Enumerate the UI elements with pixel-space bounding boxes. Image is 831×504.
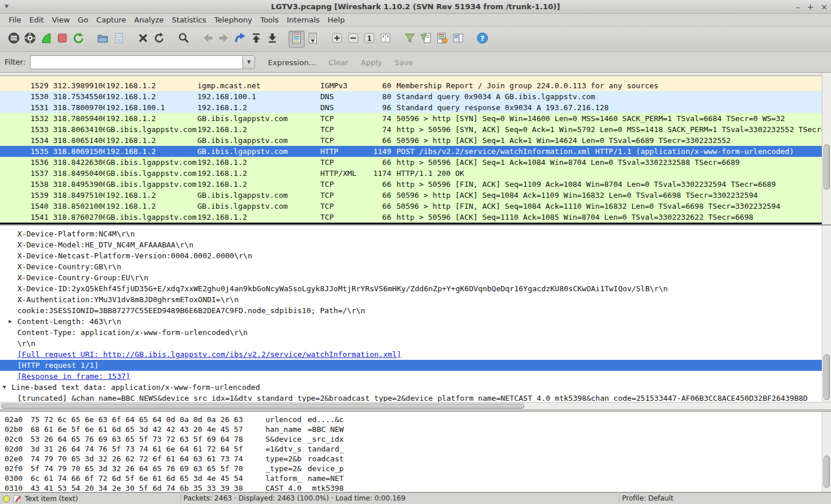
hex-a2: device_p	[308, 464, 348, 473]
detail-line-1[interactable]: X-Device-Model:HE_DTV_NC4M_AFAAABAA\r\n	[0, 239, 822, 250]
detail-line-4[interactable]: X-Device-Country-Group:EU\r\n	[0, 272, 822, 283]
details-scroll-thumb[interactable]	[823, 354, 830, 400]
packet-row-1535[interactable]: 1535318.80691500192.168.1.2GB.ibis.lgapp…	[0, 146, 822, 157]
go-to-bottom-button[interactable]	[264, 31, 280, 48]
packet-row-1541[interactable]: 1541318.87602700GB.ibis.lgappstv.com192.…	[0, 212, 822, 223]
go-to-top-button[interactable]	[248, 31, 264, 48]
preferences-button[interactable]	[450, 31, 466, 48]
window-shade-icon[interactable]: ▼	[5, 3, 9, 9]
details-vertical-scrollbar[interactable]	[822, 225, 831, 402]
close-capture-file-button[interactable]	[135, 31, 151, 48]
packet-row-partial-top[interactable]	[0, 76, 822, 80]
hex-row-02c0[interactable]: 02c053 26 64 65 76 69 63 655f 73 72 63 5…	[0, 434, 831, 444]
maximize-button[interactable]: +	[807, 0, 814, 14]
detail-line-10[interactable]: \r\n	[0, 338, 822, 349]
packet-row-1534[interactable]: 1534318.80651400192.168.1.2GB.ibis.lgapp…	[0, 135, 822, 146]
menu-item-go[interactable]: Go	[74, 14, 92, 25]
list-interfaces-button[interactable]	[6, 31, 22, 48]
packet-row-1536[interactable]: 1536318.84226300GB.ibis.lgappstv.com192.…	[0, 157, 822, 168]
hex-row-0300[interactable]: 03006c 61 74 66 6f 72 6d 5f6e 61 6d 65 3…	[0, 473, 831, 483]
status-profile[interactable]: Profile: Default	[622, 494, 673, 502]
go-to-packet-button[interactable]	[232, 31, 248, 48]
hex-row-02b0[interactable]: 02b068 61 6e 5f 6e 61 6d 653d 42 42 43 2…	[0, 424, 831, 434]
packet-row-1537[interactable]: 1537318.84950400GB.ibis.lgappstv.com192.…	[0, 168, 822, 179]
hex-vertical-scrollbar[interactable]	[822, 412, 831, 492]
menu-item-capture[interactable]: Capture	[92, 14, 130, 25]
detail-line-7[interactable]: cookie:JSESSIONID=3BB87277C55EED9489B6E6…	[0, 305, 822, 316]
details-horizontal-scrollbar[interactable]	[0, 402, 831, 409]
restart-capture-button[interactable]	[70, 31, 87, 48]
reload-button[interactable]	[151, 31, 167, 48]
packet-row-1530[interactable]: 1530318.75345500192.168.1.2192.168.100.1…	[0, 91, 822, 102]
packet-row-1540[interactable]: 1540318.85021000192.168.1.2GB.ibis.lgapp…	[0, 201, 822, 212]
detail-line-12[interactable]: [HTTP request 1/1]	[0, 360, 822, 371]
capture-filters-button[interactable]	[402, 31, 418, 48]
zoom-in-button[interactable]	[329, 31, 345, 48]
save-capture-file-button[interactable]	[111, 31, 127, 48]
open-capture-file-button[interactable]	[95, 31, 111, 48]
help-button[interactable]: ?	[474, 31, 491, 48]
auto-scroll-button[interactable]	[305, 31, 321, 48]
details-hscroll-thumb[interactable]	[1, 404, 525, 409]
packet-row-1529[interactable]: 1529312.39899100192.168.1.2igmp.mcast.ne…	[0, 80, 822, 91]
coloring-rules-button[interactable]	[434, 31, 450, 48]
close-button[interactable]: ×	[821, 0, 828, 14]
menu-item-statistics[interactable]: Statistics	[168, 14, 210, 25]
packet-list-scroll-thumb[interactable]	[823, 144, 830, 190]
save-button[interactable]: Save	[395, 58, 413, 67]
clear-button[interactable]: Clear	[328, 58, 348, 67]
expression-button[interactable]: Expression...	[268, 58, 316, 67]
detail-line-6[interactable]: X-Authentication:YMu3V1dv8m8JD0ghrsmETox…	[0, 294, 822, 305]
hex-row-02d0[interactable]: 02d03d 31 26 64 74 76 5f 7374 61 6e 64 6…	[0, 444, 831, 454]
colorize-packet-list-button[interactable]	[289, 31, 305, 48]
detail-line-3[interactable]: X-Device-Country:GB\r\n	[0, 261, 822, 272]
detail-line-13[interactable]: [Response in frame: 1537]	[0, 371, 822, 382]
apply-button[interactable]: Apply	[361, 58, 382, 67]
menu-item-analyze[interactable]: Analyze	[130, 14, 168, 25]
menu-item-help[interactable]: Help	[324, 14, 349, 25]
stop-capture-button[interactable]	[54, 31, 70, 48]
packet-row-1539[interactable]: 1539318.84975100192.168.1.2GB.ibis.lgapp…	[0, 190, 822, 201]
hex-row-02f0[interactable]: 02f05f 74 79 70 65 3d 32 2664 65 76 69 6…	[0, 464, 831, 473]
detail-line-9[interactable]: Content-Type: application/x-www-form-url…	[0, 327, 822, 338]
minimize-button[interactable]: –	[796, 0, 800, 14]
collapse-arrow-icon[interactable]: ▼	[3, 382, 6, 393]
normal-size-button[interactable]: 1	[361, 31, 377, 48]
packet-row-1531[interactable]: 1531318.78009700192.168.100.1192.168.1.2…	[0, 102, 822, 113]
menu-item-telephony[interactable]: Telephony	[210, 14, 256, 25]
expert-info-icon[interactable]	[2, 495, 10, 503]
filter-dropdown-button[interactable]: ▼	[242, 55, 255, 69]
detail-line-15[interactable]: [truncated] &chan_name=BBC NEWS&device_s…	[0, 393, 822, 402]
find-packet-button[interactable]	[175, 31, 192, 48]
go-forward-button[interactable]	[216, 31, 232, 48]
menu-item-tools[interactable]: Tools	[256, 14, 283, 25]
edit-annotation-icon[interactable]	[13, 495, 22, 503]
display-filters-button[interactable]	[418, 31, 434, 48]
menu-item-edit[interactable]: Edit	[25, 14, 48, 25]
packet-list-vertical-scrollbar[interactable]	[822, 73, 831, 224]
resize-columns-button[interactable]	[377, 31, 394, 48]
packet-row-1538[interactable]: 1538318.84953900GB.ibis.lgappstv.com192.…	[0, 179, 822, 190]
packet-row-1532[interactable]: 1532318.78059400192.168.1.2GB.ibis.lgapp…	[0, 113, 822, 124]
hex-row-0310[interactable]: 031043 41 53 54 20 34 2e 305f 6d 74 6b 3…	[0, 483, 831, 492]
detail-line-0[interactable]: X-Device-Platform:NC4M\r\n	[0, 228, 822, 239]
zoom-out-button[interactable]	[345, 31, 361, 48]
detail-line-11[interactable]: [Full request URI: http://GB.ibis.lgapps…	[0, 349, 822, 360]
detail-line-2[interactable]: X-Device-Netcast-Platform-Version:0004.0…	[0, 250, 822, 261]
menu-item-internals[interactable]: Internals	[283, 14, 324, 25]
go-back-button[interactable]	[200, 31, 216, 48]
menu-item-file[interactable]: File	[5, 14, 25, 25]
hex-row-02e0[interactable]: 02e074 79 70 65 3d 32 26 6272 6f 61 64 6…	[0, 454, 831, 464]
detail-line-8[interactable]: ▶Content-Length: 463\r\n	[0, 316, 822, 327]
capture-options-button[interactable]	[22, 31, 38, 48]
start-capture-button[interactable]	[38, 31, 54, 48]
expand-arrow-icon[interactable]: ▶	[9, 316, 12, 327]
detail-line-5[interactable]: X-Device-ID:2yxQ5kEhf45fjUD35G+E/xdq7xxW…	[0, 283, 822, 294]
menu-item-view[interactable]: View	[48, 14, 74, 25]
hex-row-02a0[interactable]: 02a075 72 6c 65 6e 63 6f 6465 64 0d 0a 0…	[0, 415, 831, 424]
hex-scroll-thumb[interactable]	[823, 456, 830, 488]
packet-row-1533[interactable]: 1533318.80634100GB.ibis.lgappstv.com192.…	[0, 124, 822, 135]
hex-g1: 43 41 53 54 20 34 2e 30	[31, 483, 134, 492]
filter-input[interactable]	[30, 55, 242, 69]
detail-line-14[interactable]: ▼Line-based text data: application/x-www…	[0, 382, 822, 393]
